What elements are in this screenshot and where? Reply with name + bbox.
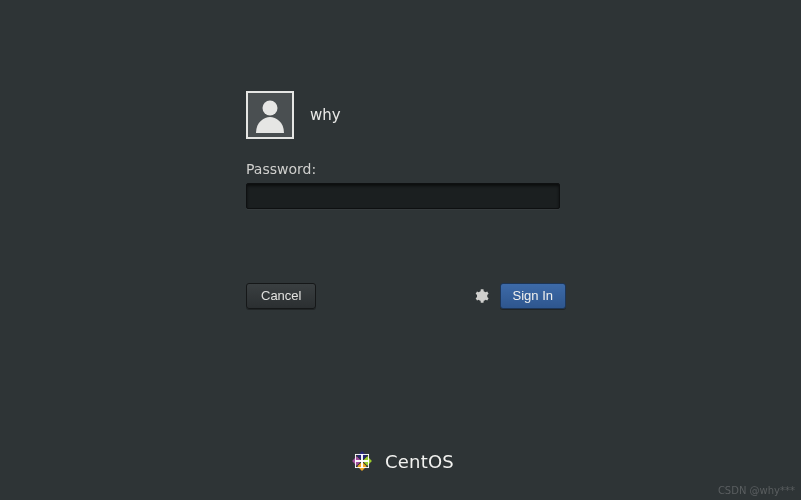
session-options-button[interactable] xyxy=(472,287,490,305)
brand: CentOS xyxy=(0,446,801,476)
gear-icon xyxy=(473,288,489,304)
watermark: CSDN @why*** xyxy=(718,485,795,496)
password-input[interactable] xyxy=(246,183,560,209)
login-panel: why Password: Cancel Sign In xyxy=(246,91,566,309)
user-row: why xyxy=(246,91,566,139)
username-label: why xyxy=(310,106,341,124)
svg-point-0 xyxy=(263,101,278,116)
brand-name: CentOS xyxy=(385,451,454,472)
avatar xyxy=(246,91,294,139)
centos-logo-icon xyxy=(347,446,377,476)
password-label: Password: xyxy=(246,161,566,177)
button-row: Cancel Sign In xyxy=(246,283,566,309)
user-icon xyxy=(253,97,287,133)
cancel-button[interactable]: Cancel xyxy=(246,283,316,309)
signin-button[interactable]: Sign In xyxy=(500,283,566,309)
